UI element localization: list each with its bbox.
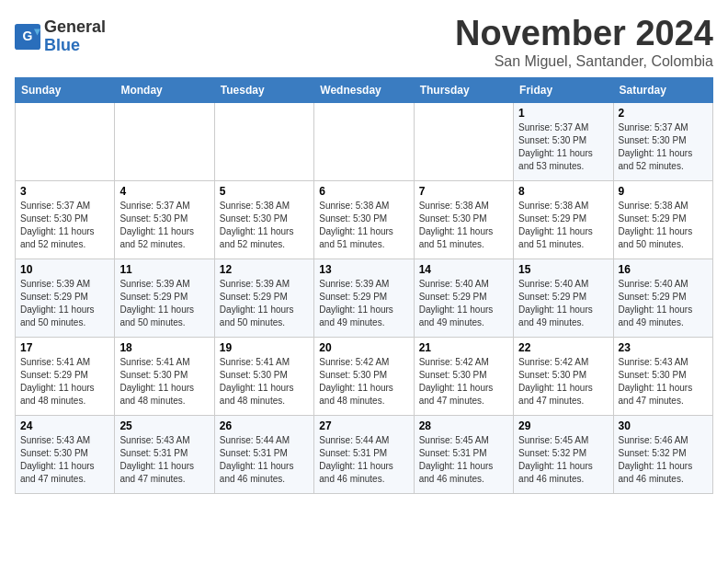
weekday-header: Saturday [613, 77, 712, 102]
weekday-header: Wednesday [314, 77, 414, 102]
day-info: Sunrise: 5:37 AM Sunset: 5:30 PM Dayligh… [20, 200, 109, 251]
day-info: Sunrise: 5:40 AM Sunset: 5:29 PM Dayligh… [518, 278, 608, 329]
calendar-cell: 2Sunrise: 5:37 AM Sunset: 5:30 PM Daylig… [613, 102, 712, 180]
weekday-header: Thursday [414, 77, 513, 102]
day-number: 28 [419, 419, 508, 432]
calendar-cell: 4Sunrise: 5:37 AM Sunset: 5:30 PM Daylig… [115, 180, 214, 259]
day-number: 12 [220, 263, 309, 276]
calendar-cell [16, 102, 115, 180]
day-info: Sunrise: 5:40 AM Sunset: 5:29 PM Dayligh… [619, 278, 708, 329]
calendar-cell: 17Sunrise: 5:41 AM Sunset: 5:29 PM Dayli… [16, 337, 115, 415]
calendar-cell: 3Sunrise: 5:37 AM Sunset: 5:30 PM Daylig… [16, 180, 115, 259]
day-info: Sunrise: 5:43 AM Sunset: 5:30 PM Dayligh… [619, 356, 708, 408]
calendar-cell: 11Sunrise: 5:39 AM Sunset: 5:29 PM Dayli… [115, 259, 214, 337]
calendar-week-row: 10Sunrise: 5:39 AM Sunset: 5:29 PM Dayli… [16, 259, 713, 337]
calendar-cell: 23Sunrise: 5:43 AM Sunset: 5:30 PM Dayli… [613, 337, 712, 415]
weekday-header: Monday [115, 77, 214, 102]
day-info: Sunrise: 5:44 AM Sunset: 5:31 PM Dayligh… [319, 434, 408, 486]
day-number: 13 [319, 263, 408, 276]
calendar-cell [115, 102, 214, 180]
day-number: 15 [518, 263, 608, 276]
weekday-header: Tuesday [214, 77, 313, 102]
day-number: 19 [220, 341, 309, 354]
day-number: 25 [119, 419, 209, 432]
location: San Miguel, Santander, Colombia [455, 53, 713, 70]
calendar-week-row: 1Sunrise: 5:37 AM Sunset: 5:30 PM Daylig… [16, 102, 713, 180]
day-info: Sunrise: 5:38 AM Sunset: 5:29 PM Dayligh… [518, 200, 608, 251]
day-number: 21 [419, 341, 508, 354]
calendar-cell [214, 102, 313, 180]
day-number: 8 [518, 185, 608, 198]
calendar-cell: 13Sunrise: 5:39 AM Sunset: 5:29 PM Dayli… [314, 259, 414, 337]
calendar-cell: 16Sunrise: 5:40 AM Sunset: 5:29 PM Dayli… [613, 259, 712, 337]
svg-text:G: G [23, 29, 33, 43]
calendar-cell [414, 102, 513, 180]
day-number: 9 [619, 185, 708, 198]
day-info: Sunrise: 5:37 AM Sunset: 5:30 PM Dayligh… [518, 121, 608, 173]
calendar-cell: 7Sunrise: 5:38 AM Sunset: 5:30 PM Daylig… [414, 180, 513, 259]
day-info: Sunrise: 5:39 AM Sunset: 5:29 PM Dayligh… [20, 278, 109, 329]
day-info: Sunrise: 5:41 AM Sunset: 5:30 PM Dayligh… [220, 356, 309, 408]
day-info: Sunrise: 5:43 AM Sunset: 5:30 PM Dayligh… [20, 434, 109, 486]
day-number: 23 [619, 341, 708, 354]
day-info: Sunrise: 5:39 AM Sunset: 5:29 PM Dayligh… [220, 278, 309, 329]
day-number: 24 [20, 419, 109, 432]
logo-icon: G [15, 24, 40, 50]
day-number: 26 [220, 419, 309, 432]
day-number: 3 [20, 185, 109, 198]
day-info: Sunrise: 5:42 AM Sunset: 5:30 PM Dayligh… [319, 356, 408, 408]
calendar-header-row: SundayMondayTuesdayWednesdayThursdayFrid… [16, 77, 713, 102]
calendar-body: 1Sunrise: 5:37 AM Sunset: 5:30 PM Daylig… [16, 102, 713, 493]
calendar-cell: 15Sunrise: 5:40 AM Sunset: 5:29 PM Dayli… [514, 259, 613, 337]
day-info: Sunrise: 5:45 AM Sunset: 5:32 PM Dayligh… [518, 434, 608, 486]
calendar-cell [314, 102, 414, 180]
day-info: Sunrise: 5:45 AM Sunset: 5:31 PM Dayligh… [419, 434, 508, 486]
day-info: Sunrise: 5:37 AM Sunset: 5:30 PM Dayligh… [119, 200, 209, 251]
calendar-week-row: 17Sunrise: 5:41 AM Sunset: 5:29 PM Dayli… [16, 337, 713, 415]
calendar-cell: 22Sunrise: 5:42 AM Sunset: 5:30 PM Dayli… [514, 337, 613, 415]
day-number: 10 [20, 263, 109, 276]
calendar-cell: 20Sunrise: 5:42 AM Sunset: 5:30 PM Dayli… [314, 337, 414, 415]
day-info: Sunrise: 5:42 AM Sunset: 5:30 PM Dayligh… [419, 356, 508, 408]
day-number: 4 [119, 185, 209, 198]
weekday-header: Friday [514, 77, 613, 102]
page-header: G General Blue November 2024 San Miguel,… [15, 15, 713, 70]
day-info: Sunrise: 5:38 AM Sunset: 5:30 PM Dayligh… [419, 200, 508, 251]
calendar-cell: 26Sunrise: 5:44 AM Sunset: 5:31 PM Dayli… [214, 415, 313, 493]
month-title: November 2024 [455, 15, 713, 53]
day-info: Sunrise: 5:38 AM Sunset: 5:30 PM Dayligh… [319, 200, 408, 251]
day-number: 27 [319, 419, 408, 432]
day-number: 14 [419, 263, 508, 276]
day-info: Sunrise: 5:39 AM Sunset: 5:29 PM Dayligh… [319, 278, 408, 329]
day-number: 6 [319, 185, 408, 198]
day-number: 22 [518, 341, 608, 354]
day-number: 29 [518, 419, 608, 432]
calendar-cell: 5Sunrise: 5:38 AM Sunset: 5:30 PM Daylig… [214, 180, 313, 259]
day-info: Sunrise: 5:39 AM Sunset: 5:29 PM Dayligh… [119, 278, 209, 329]
day-info: Sunrise: 5:46 AM Sunset: 5:32 PM Dayligh… [619, 434, 708, 486]
day-info: Sunrise: 5:43 AM Sunset: 5:31 PM Dayligh… [119, 434, 209, 486]
day-number: 5 [220, 185, 309, 198]
calendar-cell: 6Sunrise: 5:38 AM Sunset: 5:30 PM Daylig… [314, 180, 414, 259]
calendar-cell: 1Sunrise: 5:37 AM Sunset: 5:30 PM Daylig… [514, 102, 613, 180]
logo: G General Blue [15, 18, 106, 55]
logo-general: General [44, 17, 106, 36]
calendar-cell: 30Sunrise: 5:46 AM Sunset: 5:32 PM Dayli… [613, 415, 712, 493]
calendar-cell: 12Sunrise: 5:39 AM Sunset: 5:29 PM Dayli… [214, 259, 313, 337]
calendar-cell: 8Sunrise: 5:38 AM Sunset: 5:29 PM Daylig… [514, 180, 613, 259]
calendar-table: SundayMondayTuesdayWednesdayThursdayFrid… [15, 77, 713, 494]
calendar-cell: 14Sunrise: 5:40 AM Sunset: 5:29 PM Dayli… [414, 259, 513, 337]
calendar-cell: 10Sunrise: 5:39 AM Sunset: 5:29 PM Dayli… [16, 259, 115, 337]
calendar-cell: 28Sunrise: 5:45 AM Sunset: 5:31 PM Dayli… [414, 415, 513, 493]
day-number: 1 [518, 107, 608, 120]
calendar-cell: 19Sunrise: 5:41 AM Sunset: 5:30 PM Dayli… [214, 337, 313, 415]
day-number: 30 [619, 419, 708, 432]
calendar-cell: 9Sunrise: 5:38 AM Sunset: 5:29 PM Daylig… [613, 180, 712, 259]
day-info: Sunrise: 5:37 AM Sunset: 5:30 PM Dayligh… [619, 121, 708, 173]
day-info: Sunrise: 5:38 AM Sunset: 5:30 PM Dayligh… [220, 200, 309, 251]
calendar-cell: 21Sunrise: 5:42 AM Sunset: 5:30 PM Dayli… [414, 337, 513, 415]
day-info: Sunrise: 5:38 AM Sunset: 5:29 PM Dayligh… [619, 200, 708, 251]
day-number: 11 [119, 263, 209, 276]
calendar-cell: 27Sunrise: 5:44 AM Sunset: 5:31 PM Dayli… [314, 415, 414, 493]
title-area: November 2024 San Miguel, Santander, Col… [455, 15, 713, 70]
